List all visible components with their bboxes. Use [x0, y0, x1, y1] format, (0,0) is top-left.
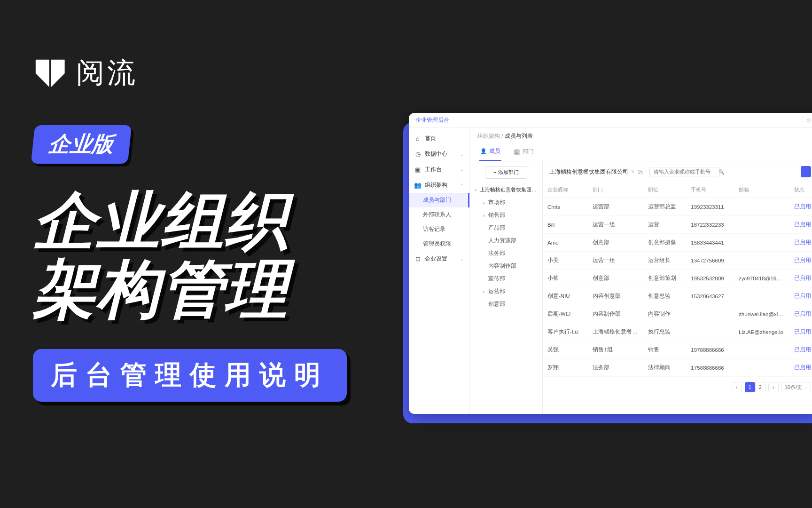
cell-dept: 销售1组: [588, 341, 643, 359]
dept-node-人力资源部[interactable]: 人力资源部: [473, 234, 539, 247]
cell-name: 吴强: [543, 341, 588, 359]
cell-email: [734, 359, 789, 377]
page-2-button[interactable]: 2: [755, 382, 765, 392]
sidebar-item-组织架构[interactable]: 👥组织架构⌃: [409, 177, 469, 193]
cell-name: 后期-WEI: [543, 305, 588, 323]
cell-dept: 法务部: [588, 359, 643, 377]
promo-hero: 阅流 企业版 企业组织 架构管理 后台管理使用说明: [33, 54, 390, 402]
table-row[interactable]: 客户执行-Liz 上海帧格创意餐… 执行总监 Liz.AE@zhenge.io …: [543, 323, 812, 341]
primary-action-button[interactable]: [801, 166, 811, 177]
dept-node-内容制作部[interactable]: 内容制作部: [473, 260, 539, 272]
sidebar-item-工作台[interactable]: ▣工作台⌄: [409, 162, 469, 177]
col-企业昵称: 企业昵称: [543, 182, 588, 198]
cell-phone: 15328643627: [686, 287, 734, 305]
cell-email: [734, 216, 789, 234]
sidebar-item-数据中心[interactable]: ◷数据中心⌄: [409, 146, 469, 162]
table-row[interactable]: 后期-WEI 内容制作部 内容制作 zhuowei.liao@xi… 已启用: [543, 305, 812, 323]
search-box[interactable]: 🔍: [649, 167, 720, 176]
table-row[interactable]: Chris 运营部 运营部总监 19923323311 已启用: [543, 198, 812, 216]
cell-dept: 上海帧格创意餐…: [588, 323, 643, 341]
col-职位: 职位: [643, 182, 686, 198]
cell-role: 运营组长: [643, 252, 686, 270]
logo-text: 阅流: [76, 54, 138, 92]
table-row[interactable]: 罗翔 法务部 法律顾问 17588886666 已启用: [543, 359, 812, 377]
cell-dept: 运营一组: [588, 252, 643, 270]
cell-status: 已启用: [789, 270, 812, 287]
page-size-select[interactable]: 10条/页 ⌄: [781, 382, 811, 392]
logo-icon: [33, 57, 66, 90]
cell-dept: 创意部: [588, 234, 643, 252]
cell-status: 已启用: [789, 341, 812, 359]
dept-node-创意部[interactable]: 创意部: [473, 298, 539, 310]
table-row[interactable]: Bill 运营一组 运营 18722332233 已启用: [543, 216, 812, 234]
cell-email: Liz.AE@zhenge.io: [734, 323, 789, 341]
sidebar-item-首页[interactable]: ⌂首页: [409, 131, 469, 146]
page-prev-button[interactable]: ‹: [732, 382, 742, 392]
sidebar-subitem-访客记录[interactable]: 访客记录: [409, 222, 469, 237]
cell-phone: 15833443441: [686, 234, 734, 252]
sidebar-subitem-成员与部门[interactable]: 成员与部门: [409, 193, 469, 207]
cell-email: [734, 341, 789, 359]
tab-成员[interactable]: 👤成员: [479, 143, 501, 161]
page-1-button[interactable]: 1: [745, 382, 755, 392]
home-icon: ⌂: [414, 135, 421, 142]
help-icon[interactable]: ⊙: [806, 117, 811, 124]
admin-app: 企业管理后台 ⊙ ⌂首页◷数据中心⌄▣工作台⌄👥组织架构⌃成员与部门外部联系人访…: [409, 113, 812, 414]
sidebar-subitem-管理员权限[interactable]: 管理员权限: [409, 237, 469, 251]
search-input[interactable]: [654, 169, 718, 175]
dept-node-法务部[interactable]: 法务部: [473, 247, 539, 260]
dept-node-销售部[interactable]: ▸销售部: [473, 209, 539, 222]
cell-phone: 13472756609: [686, 252, 734, 270]
breadcrumb-current: 成员与列表: [505, 133, 533, 139]
chevron-up-icon: ⌃: [460, 183, 464, 188]
cell-status: 已启用: [789, 359, 812, 377]
cell-email: zyc970418@163…: [734, 270, 789, 287]
cell-role: 创意部摄像: [643, 234, 686, 252]
cell-dept: 运营部: [588, 198, 643, 216]
page-next-button[interactable]: ›: [768, 382, 779, 392]
cell-name: 罗翔: [543, 359, 588, 377]
dept-node-产品部[interactable]: 产品部: [473, 222, 539, 234]
table-row[interactable]: 小帅 创意部 创意部策划 19532532009 zyc970418@163… …: [543, 270, 812, 287]
table-row[interactable]: Amo 创意部 创意部摄像 15833443441 已启用: [543, 234, 812, 252]
dept-node-宣传部[interactable]: 宣传部: [473, 272, 539, 285]
dept-node-市场部[interactable]: ▸市场部: [473, 196, 539, 209]
caret-icon: ▸: [483, 214, 487, 218]
tree-root[interactable]: ▾上海帧格创意餐饮集团有限公司: [473, 183, 539, 196]
chevron-down-icon: ⌄: [804, 385, 808, 389]
breadcrumb-parent[interactable]: 组织架构: [477, 133, 500, 139]
cell-name: Amo: [543, 234, 588, 252]
cell-name: 小帅: [543, 270, 588, 287]
main-panel: 组织架构 / 成员与列表 👤成员🏢部门 + 添加部门 ▾上海帧格创意餐饮集团有限…: [470, 128, 812, 414]
table-row[interactable]: 小美 运营一组 运营组长 13472756609 已启用: [543, 252, 812, 270]
add-dept-button[interactable]: + 添加部门: [485, 166, 527, 179]
caret-icon: ▸: [483, 290, 487, 294]
cell-name: 创意-NIU: [543, 287, 588, 305]
cell-name: Chris: [543, 198, 588, 216]
table-row[interactable]: 创意-NIU 内容创意部 创意总监 15328643627 已启用: [543, 287, 812, 305]
cell-phone: 19788886666: [686, 341, 734, 359]
cell-role: 运营部总监: [643, 198, 686, 216]
edit-icon[interactable]: ✎: [631, 169, 635, 175]
cell-dept: 运营一组: [588, 216, 643, 234]
chevron-down-icon: ⌄: [460, 152, 464, 157]
cell-name: 客户执行-Liz: [543, 323, 588, 341]
pagination: ‹ 12 › 10条/页 ⌄: [543, 377, 812, 397]
subtitle-badge: 后台管理使用说明: [33, 349, 347, 402]
sidebar-item-企业设置[interactable]: ⊡企业设置⌄: [409, 251, 469, 267]
org-icon: 👥: [414, 182, 421, 189]
tabs: 👤成员🏢部门: [470, 143, 812, 161]
search-icon[interactable]: 🔍: [718, 169, 724, 175]
col-部门: 部门: [588, 182, 643, 198]
cell-email: [734, 287, 789, 305]
tab-部门[interactable]: 🏢部门: [513, 143, 535, 161]
cell-role: 创意总监: [643, 287, 686, 305]
sidebar-subitem-外部联系人[interactable]: 外部联系人: [409, 207, 469, 222]
dept-node-运营部[interactable]: ▸运营部: [473, 285, 539, 298]
table-area: 上海帧格创意餐饮集团有限公司 ✎ 15 🔍 企业昵称部门职位手机号邮箱状态: [543, 161, 812, 414]
table-row[interactable]: 吴强 销售1组 销售 19788886666 已启用: [543, 341, 812, 359]
cell-status: 已启用: [789, 305, 812, 323]
cell-dept: 内容制作部: [588, 305, 643, 323]
cell-email: zhuowei.liao@xi…: [734, 305, 789, 323]
cell-status: 已启用: [789, 252, 812, 270]
